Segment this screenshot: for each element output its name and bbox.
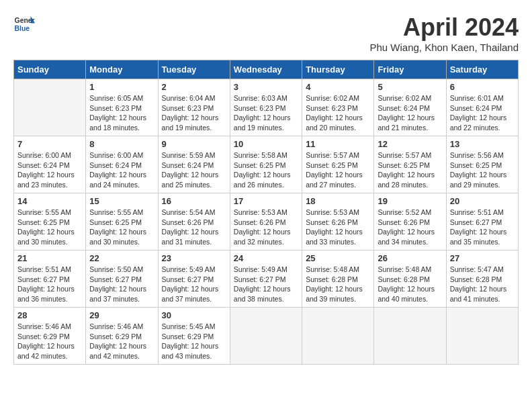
day-info: Sunrise: 5:56 AMSunset: 6:25 PMDaylight:… (450, 150, 515, 190)
day-cell: 10Sunrise: 5:58 AMSunset: 6:25 PMDayligh… (230, 136, 302, 193)
day-cell: 21Sunrise: 5:51 AMSunset: 6:27 PMDayligh… (14, 250, 86, 308)
day-cell: 11Sunrise: 5:57 AMSunset: 6:25 PMDayligh… (302, 136, 374, 193)
day-info: Sunrise: 6:04 AMSunset: 6:23 PMDaylight:… (162, 93, 226, 133)
logo-icon: General Blue (13, 13, 35, 35)
day-number: 2 (162, 82, 226, 92)
day-cell: 30Sunrise: 5:45 AMSunset: 6:29 PMDayligh… (158, 308, 230, 365)
day-info: Sunrise: 6:02 AMSunset: 6:23 PMDaylight:… (306, 93, 370, 133)
week-row: 21Sunrise: 5:51 AMSunset: 6:27 PMDayligh… (14, 250, 519, 308)
calendar-body: 1Sunrise: 6:05 AMSunset: 6:23 PMDaylight… (14, 79, 519, 365)
day-cell: 18Sunrise: 5:53 AMSunset: 6:26 PMDayligh… (302, 193, 374, 250)
day-info: Sunrise: 5:46 AMSunset: 6:29 PMDaylight:… (89, 322, 154, 361)
day-number: 16 (162, 196, 226, 206)
day-cell: 5Sunrise: 6:02 AMSunset: 6:24 PMDaylight… (374, 79, 446, 136)
day-number: 21 (17, 253, 82, 263)
day-number: 13 (450, 139, 515, 149)
day-cell: 25Sunrise: 5:48 AMSunset: 6:28 PMDayligh… (302, 250, 374, 308)
day-cell: 14Sunrise: 5:55 AMSunset: 6:25 PMDayligh… (14, 193, 86, 250)
day-info: Sunrise: 5:54 AMSunset: 6:26 PMDaylight:… (162, 208, 226, 247)
day-cell (230, 308, 302, 365)
day-cell: 4Sunrise: 6:02 AMSunset: 6:23 PMDaylight… (302, 79, 374, 136)
day-info: Sunrise: 5:49 AMSunset: 6:27 PMDaylight:… (234, 265, 298, 304)
day-number: 10 (234, 139, 298, 149)
month-title: April 2024 (369, 13, 519, 42)
day-cell: 13Sunrise: 5:56 AMSunset: 6:25 PMDayligh… (446, 136, 518, 193)
day-cell (302, 308, 374, 365)
day-cell: 17Sunrise: 5:53 AMSunset: 6:26 PMDayligh… (230, 193, 302, 250)
day-info: Sunrise: 5:45 AMSunset: 6:29 PMDaylight:… (162, 322, 226, 361)
header: General Blue April 2024 Phu Wiang, Khon … (13, 13, 519, 53)
day-cell: 1Sunrise: 6:05 AMSunset: 6:23 PMDaylight… (86, 79, 158, 136)
day-info: Sunrise: 6:01 AMSunset: 6:24 PMDaylight:… (450, 93, 515, 133)
day-number: 8 (89, 139, 154, 149)
day-number: 1 (89, 82, 154, 92)
day-number: 28 (17, 310, 82, 320)
day-info: Sunrise: 5:48 AMSunset: 6:28 PMDaylight:… (378, 265, 442, 304)
day-cell: 24Sunrise: 5:49 AMSunset: 6:27 PMDayligh… (230, 250, 302, 308)
day-number: 11 (306, 139, 370, 149)
day-info: Sunrise: 5:47 AMSunset: 6:28 PMDaylight:… (450, 265, 515, 304)
day-cell: 20Sunrise: 5:51 AMSunset: 6:27 PMDayligh… (446, 193, 518, 250)
day-number: 26 (378, 253, 442, 263)
day-info: Sunrise: 5:52 AMSunset: 6:26 PMDaylight:… (378, 208, 442, 247)
title-area: April 2024 Phu Wiang, Khon Kaen, Thailan… (369, 13, 519, 53)
day-info: Sunrise: 5:51 AMSunset: 6:27 PMDaylight:… (450, 208, 515, 247)
day-cell: 6Sunrise: 6:01 AMSunset: 6:24 PMDaylight… (446, 79, 518, 136)
day-cell: 26Sunrise: 5:48 AMSunset: 6:28 PMDayligh… (374, 250, 446, 308)
header-day: Tuesday (158, 60, 230, 79)
day-cell (374, 308, 446, 365)
header-day: Thursday (302, 60, 374, 79)
day-number: 20 (450, 196, 515, 206)
day-number: 30 (162, 310, 226, 320)
day-info: Sunrise: 5:46 AMSunset: 6:29 PMDaylight:… (17, 322, 82, 361)
day-info: Sunrise: 5:50 AMSunset: 6:27 PMDaylight:… (89, 265, 154, 304)
day-info: Sunrise: 6:02 AMSunset: 6:24 PMDaylight:… (378, 93, 442, 133)
calendar: SundayMondayTuesdayWednesdayThursdayFrid… (13, 60, 519, 365)
day-cell (14, 79, 86, 136)
week-row: 28Sunrise: 5:46 AMSunset: 6:29 PMDayligh… (14, 308, 519, 365)
day-info: Sunrise: 5:51 AMSunset: 6:27 PMDaylight:… (17, 265, 82, 304)
header-day: Saturday (446, 60, 518, 79)
day-number: 22 (89, 253, 154, 263)
location: Phu Wiang, Khon Kaen, Thailand (369, 42, 519, 53)
day-info: Sunrise: 5:55 AMSunset: 6:25 PMDaylight:… (17, 208, 82, 247)
day-info: Sunrise: 5:49 AMSunset: 6:27 PMDaylight:… (162, 265, 226, 304)
day-cell: 7Sunrise: 6:00 AMSunset: 6:24 PMDaylight… (14, 136, 86, 193)
day-number: 29 (89, 310, 154, 320)
week-row: 14Sunrise: 5:55 AMSunset: 6:25 PMDayligh… (14, 193, 519, 250)
day-info: Sunrise: 5:48 AMSunset: 6:28 PMDaylight:… (306, 265, 370, 304)
day-info: Sunrise: 5:59 AMSunset: 6:24 PMDaylight:… (162, 150, 226, 190)
day-cell: 29Sunrise: 5:46 AMSunset: 6:29 PMDayligh… (86, 308, 158, 365)
logo: General Blue (13, 13, 35, 35)
week-row: 7Sunrise: 6:00 AMSunset: 6:24 PMDaylight… (14, 136, 519, 193)
day-number: 15 (89, 196, 154, 206)
day-number: 23 (162, 253, 226, 263)
day-number: 24 (234, 253, 298, 263)
day-number: 12 (378, 139, 442, 149)
day-number: 18 (306, 196, 370, 206)
day-info: Sunrise: 6:00 AMSunset: 6:24 PMDaylight:… (89, 150, 154, 190)
day-cell: 9Sunrise: 5:59 AMSunset: 6:24 PMDaylight… (158, 136, 230, 193)
day-cell: 12Sunrise: 5:57 AMSunset: 6:25 PMDayligh… (374, 136, 446, 193)
day-number: 25 (306, 253, 370, 263)
header-row: SundayMondayTuesdayWednesdayThursdayFrid… (14, 60, 519, 79)
day-cell: 3Sunrise: 6:03 AMSunset: 6:23 PMDaylight… (230, 79, 302, 136)
day-info: Sunrise: 5:53 AMSunset: 6:26 PMDaylight:… (306, 208, 370, 247)
day-number: 14 (17, 196, 82, 206)
day-cell: 15Sunrise: 5:55 AMSunset: 6:25 PMDayligh… (86, 193, 158, 250)
day-info: Sunrise: 5:57 AMSunset: 6:25 PMDaylight:… (306, 150, 370, 190)
week-row: 1Sunrise: 6:05 AMSunset: 6:23 PMDaylight… (14, 79, 519, 136)
day-cell: 8Sunrise: 6:00 AMSunset: 6:24 PMDaylight… (86, 136, 158, 193)
day-info: Sunrise: 5:57 AMSunset: 6:25 PMDaylight:… (378, 150, 442, 190)
day-cell: 23Sunrise: 5:49 AMSunset: 6:27 PMDayligh… (158, 250, 230, 308)
day-cell: 19Sunrise: 5:52 AMSunset: 6:26 PMDayligh… (374, 193, 446, 250)
day-number: 5 (378, 82, 442, 92)
day-info: Sunrise: 6:05 AMSunset: 6:23 PMDaylight:… (89, 93, 154, 133)
day-number: 4 (306, 82, 370, 92)
day-info: Sunrise: 5:58 AMSunset: 6:25 PMDaylight:… (234, 150, 298, 190)
day-number: 6 (450, 82, 515, 92)
calendar-header: SundayMondayTuesdayWednesdayThursdayFrid… (14, 60, 519, 79)
day-cell: 28Sunrise: 5:46 AMSunset: 6:29 PMDayligh… (14, 308, 86, 365)
day-number: 9 (162, 139, 226, 149)
day-info: Sunrise: 5:53 AMSunset: 6:26 PMDaylight:… (234, 208, 298, 247)
